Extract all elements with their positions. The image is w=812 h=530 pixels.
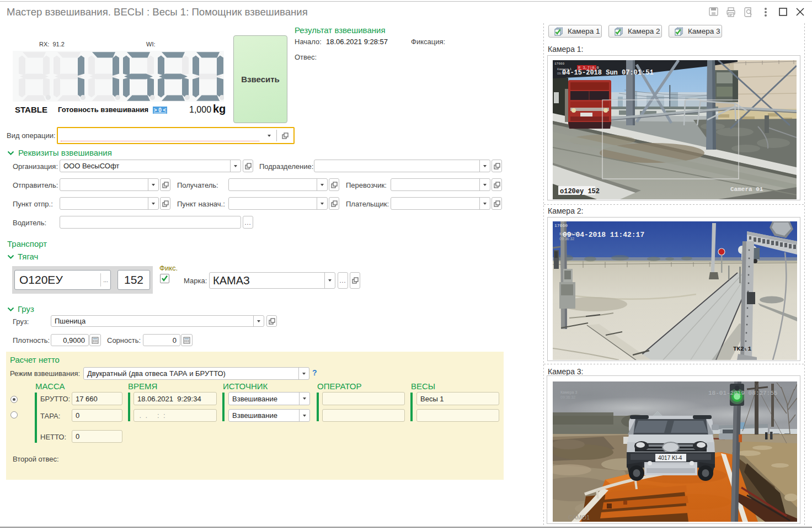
svg-text:09:36:32: 09:36:32	[560, 395, 575, 399]
svg-text:CAMO1: CAMO1	[568, 514, 590, 521]
svg-text:Camera 01: Camera 01	[730, 186, 763, 193]
svg-text:4017 KI-4: 4017 KI-4	[658, 455, 682, 461]
svg-text:o120ey 152: o120ey 152	[560, 188, 600, 195]
svg-text:Камера 3: Камера 3	[560, 390, 577, 395]
svg-text:04-15-2018 Sun 07:01:51: 04-15-2018 Sun 07:01:51	[562, 69, 654, 77]
svg-text:18-01-2019 08:27:55: 18-01-2019 08:27:55	[708, 390, 777, 396]
svg-text:TK2.1: TK2.1	[733, 346, 751, 352]
svg-text:17660: 17660	[554, 223, 568, 228]
svg-text:17660: 17660	[554, 62, 564, 66]
svg-text:09-04-2018 11:42:17: 09-04-2018 11:42:17	[563, 231, 644, 239]
